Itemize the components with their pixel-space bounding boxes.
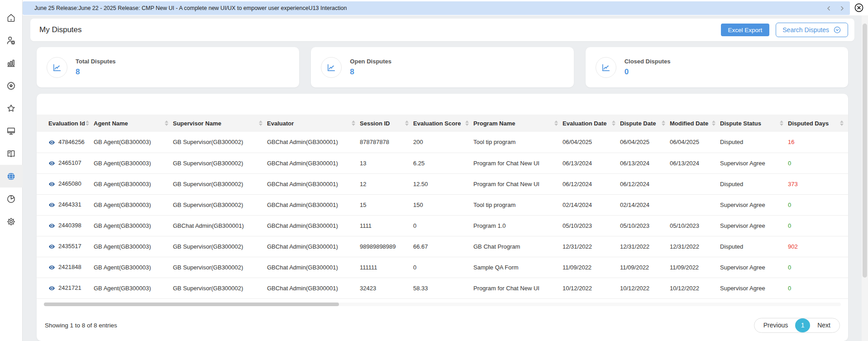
cell-text: 06/04/2025 bbox=[620, 139, 649, 145]
cell-text: 66.67 bbox=[413, 243, 428, 250]
monitor-icon bbox=[6, 126, 16, 136]
star-icon bbox=[6, 103, 16, 114]
column-header-supervisor-name[interactable]: Supervisor Name bbox=[173, 115, 267, 132]
cell-text: GB Chat Program bbox=[473, 243, 520, 250]
cell-text: 2421848 bbox=[58, 264, 81, 270]
bar-chart-icon bbox=[6, 58, 16, 68]
chevron-right-icon[interactable] bbox=[839, 5, 845, 12]
globe-icon bbox=[6, 171, 16, 182]
cell-text: 16 bbox=[788, 139, 794, 145]
horizontal-scrollbar-thumb[interactable] bbox=[44, 303, 339, 306]
sidebar-item-library[interactable] bbox=[0, 142, 23, 165]
table-row: 2421721 GB Agent(GB300003) GB Supervisor… bbox=[37, 278, 848, 298]
cell-text: Disputed bbox=[720, 139, 743, 145]
disputes-table-card: Evaluation IdAgent NameSupervisor NameEv… bbox=[37, 94, 848, 341]
stat-card-closed-disputes: Closed Disputes 0 bbox=[586, 47, 848, 87]
stat-value: 8 bbox=[350, 67, 391, 77]
cell-text: GB Supervisor(GB300002) bbox=[173, 202, 243, 208]
sidebar-item-disputes[interactable] bbox=[0, 165, 23, 187]
cell-text: 06/13/2024 bbox=[563, 160, 592, 167]
cell-text: GBChat Admin(GB300001) bbox=[267, 160, 338, 167]
sidebar-item-settings[interactable] bbox=[0, 210, 23, 233]
sidebar-item-favorites[interactable] bbox=[0, 97, 23, 120]
view-evaluation-icon[interactable] bbox=[48, 139, 55, 146]
cell-text: 2440398 bbox=[58, 222, 81, 229]
cell-text: 0 bbox=[788, 264, 791, 271]
column-label: Program Name bbox=[473, 120, 515, 127]
cell-text: 32423 bbox=[360, 285, 376, 292]
cell-text: 05/10/2023 bbox=[563, 222, 592, 229]
cell-text: 2421721 bbox=[58, 284, 81, 291]
cell-text: 0 bbox=[413, 264, 416, 271]
column-header-disputed-days[interactable]: Disputed Days bbox=[788, 115, 848, 132]
table-footer: Showing 1 to 8 of 8 entries Previous 1 N… bbox=[45, 318, 840, 333]
cell-text: 15 bbox=[360, 202, 366, 208]
cell-text: GB Agent(GB300003) bbox=[94, 139, 151, 145]
column-label: Evaluation Score bbox=[413, 120, 461, 127]
column-header-agent-name[interactable]: Agent Name bbox=[94, 115, 173, 132]
sort-icon bbox=[662, 120, 665, 126]
view-evaluation-icon[interactable] bbox=[48, 243, 55, 250]
column-header-evaluation-date[interactable]: Evaluation Date bbox=[563, 115, 620, 132]
column-header-session-id[interactable]: Session ID bbox=[360, 115, 413, 132]
column-header-program-name[interactable]: Program Name bbox=[473, 115, 563, 132]
sidebar-item-analytics[interactable] bbox=[0, 52, 23, 74]
view-evaluation-icon[interactable] bbox=[48, 202, 55, 208]
cell-text: GBChat Admin(GB300001) bbox=[267, 181, 338, 187]
view-evaluation-icon[interactable] bbox=[48, 160, 55, 167]
table-row: 2435517 GB Agent(GB300003) GB Supervisor… bbox=[37, 236, 848, 257]
cell-text: Tool tip program bbox=[473, 202, 515, 208]
column-header-dispute-date[interactable]: Dispute Date bbox=[620, 115, 670, 132]
entries-summary: Showing 1 to 8 of 8 entries bbox=[45, 322, 117, 329]
search-disputes-button[interactable]: Search Disputes bbox=[776, 23, 848, 37]
cell-text: Tool tip program bbox=[473, 139, 515, 145]
column-label: Dispute Date bbox=[620, 120, 656, 127]
close-announcement-button[interactable] bbox=[854, 3, 864, 13]
view-evaluation-icon[interactable] bbox=[48, 181, 55, 187]
sidebar-item-reports[interactable] bbox=[0, 187, 23, 210]
page-1-button[interactable]: 1 bbox=[795, 318, 810, 332]
cell-text: 98989898989 bbox=[360, 243, 396, 250]
gear-icon bbox=[6, 216, 16, 227]
sidebar-item-workstation[interactable] bbox=[0, 120, 23, 142]
view-evaluation-icon[interactable] bbox=[48, 222, 55, 229]
vertical-scrollbar-thumb[interactable] bbox=[863, 24, 867, 278]
cell-text: 11/09/2022 bbox=[620, 264, 649, 271]
column-header-modified-date[interactable]: Modified Date bbox=[670, 115, 720, 132]
cell-text: 10/12/2022 bbox=[563, 285, 592, 292]
cell-text: 200 bbox=[413, 139, 423, 145]
top-bar: June 25 Release:June 22 - 2025 Release: … bbox=[23, 0, 868, 15]
cell-text: 2465080 bbox=[58, 180, 81, 187]
cell-text: GB Supervisor(GB300002) bbox=[173, 285, 243, 292]
cell-text: 12/31/2022 bbox=[620, 243, 649, 250]
next-page-button[interactable]: Next bbox=[810, 318, 839, 332]
sidebar-item-user-management[interactable] bbox=[0, 29, 23, 52]
cell-text: 150 bbox=[413, 202, 423, 208]
excel-export-button[interactable]: Excel Export bbox=[721, 24, 770, 36]
stat-label: Total Disputes bbox=[76, 58, 116, 65]
cell-text: 06/04/2025 bbox=[670, 139, 699, 145]
column-header-evaluator[interactable]: Evaluator bbox=[267, 115, 360, 132]
previous-page-button[interactable]: Previous bbox=[754, 318, 795, 332]
cell-text: Program for Chat New UI bbox=[473, 285, 539, 292]
table-body: 47846256 GB Agent(GB300003) GB Superviso… bbox=[37, 132, 848, 298]
view-evaluation-icon[interactable] bbox=[48, 264, 55, 271]
view-evaluation-icon[interactable] bbox=[48, 285, 55, 292]
stat-label: Closed Disputes bbox=[625, 58, 671, 65]
stat-value: 0 bbox=[625, 67, 671, 77]
column-label: Modified Date bbox=[670, 120, 708, 127]
column-header-dispute-status[interactable]: Dispute Status bbox=[720, 115, 788, 132]
table-row: 2465080 GB Agent(GB300003) GB Supervisor… bbox=[37, 173, 848, 194]
column-header-evaluation-id[interactable]: Evaluation Id bbox=[37, 115, 94, 132]
book-icon bbox=[6, 149, 16, 159]
cell-text: GB Agent(GB300003) bbox=[94, 160, 151, 167]
cell-text: 06/04/2025 bbox=[563, 139, 592, 145]
sidebar-item-home[interactable] bbox=[0, 6, 23, 29]
sidebar-item-quality[interactable] bbox=[0, 74, 23, 97]
column-label: Session ID bbox=[360, 120, 390, 127]
cell-text: GB Supervisor(GB300002) bbox=[173, 264, 243, 271]
chevron-left-icon[interactable] bbox=[825, 5, 832, 12]
cell-text: 0 bbox=[413, 222, 416, 229]
column-header-evaluation-score[interactable]: Evaluation Score bbox=[413, 115, 473, 132]
cell-text: 05/10/2023 bbox=[620, 222, 649, 229]
